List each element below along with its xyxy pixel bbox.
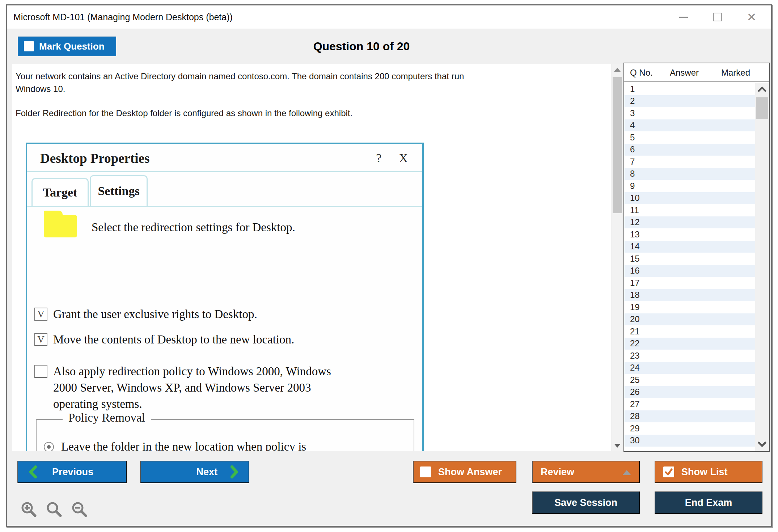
list-item[interactable]: 15 <box>624 253 755 265</box>
question-number: 10 <box>624 193 640 203</box>
sidebar-scrollbar-thumb[interactable] <box>756 97 768 119</box>
list-item[interactable]: 3 <box>624 107 755 119</box>
review-label: Review <box>541 466 574 478</box>
list-item[interactable]: 7 <box>624 156 755 168</box>
question-number: 23 <box>624 351 640 361</box>
window-title: Microsoft MD-101 (Managing Modern Deskto… <box>13 12 233 22</box>
folder-icon <box>44 215 77 237</box>
show-answer-checkbox[interactable] <box>420 466 431 477</box>
list-item[interactable]: 8 <box>624 168 755 180</box>
question-number: 25 <box>624 375 640 385</box>
minimize-button[interactable] <box>677 10 690 24</box>
question-number: 3 <box>624 108 635 118</box>
scroll-up-icon[interactable] <box>614 68 621 72</box>
list-item[interactable]: 11 <box>624 204 755 216</box>
question-number: 30 <box>624 435 640 446</box>
list-item[interactable]: 22 <box>624 338 755 350</box>
column-answer: Answer <box>670 68 699 78</box>
sidebar-scroll-down-icon[interactable] <box>757 440 767 448</box>
question-number: 28 <box>624 411 640 421</box>
exhibit-checkbox-row: V Move the contents of Desktop to the ne… <box>34 332 294 348</box>
list-item[interactable]: 14 <box>624 241 755 253</box>
main-scrollbar-thumb[interactable] <box>613 77 622 213</box>
list-item[interactable]: 19 <box>624 301 755 313</box>
question-number: 17 <box>624 278 640 288</box>
exhibit-intro-text: Select the redirection settings for Desk… <box>92 221 295 234</box>
sidebar-scroll-up-icon[interactable] <box>757 86 767 93</box>
show-list-checkbox[interactable] <box>663 466 674 477</box>
question-number: 12 <box>624 217 640 227</box>
zoom-in-icon[interactable] <box>20 501 38 519</box>
question-number: 2 <box>624 96 635 106</box>
scroll-down-icon[interactable] <box>614 444 621 448</box>
list-item[interactable]: 6 <box>624 144 755 156</box>
show-list-button[interactable]: Show List <box>655 461 762 483</box>
question-number: 27 <box>624 399 640 409</box>
maximize-button[interactable] <box>711 10 724 24</box>
question-number: 19 <box>624 302 640 312</box>
column-qno: Q No. <box>630 68 653 78</box>
show-answer-label: Show Answer <box>438 466 502 478</box>
list-item[interactable]: 5 <box>624 131 755 144</box>
question-list-panel: Q No. Answer Marked 12345678910111213141… <box>623 63 770 452</box>
list-item[interactable]: 17 <box>624 277 755 289</box>
question-number: 24 <box>624 363 640 373</box>
list-item[interactable]: 13 <box>624 228 755 241</box>
list-item[interactable]: 26 <box>624 386 755 398</box>
tab-settings: Settings <box>90 175 148 207</box>
zoom-out-icon[interactable] <box>71 501 89 519</box>
minimize-icon <box>679 17 688 18</box>
previous-button[interactable]: Previous <box>17 461 127 483</box>
question-list-header: Q No. Answer Marked <box>624 63 769 82</box>
list-item[interactable]: 23 <box>624 350 755 362</box>
list-item[interactable]: 25 <box>624 374 755 386</box>
question-number: 11 <box>624 205 639 215</box>
list-item[interactable]: 1 <box>624 83 755 95</box>
save-session-button[interactable]: Save Session <box>532 491 640 514</box>
question-number: 5 <box>624 132 635 143</box>
list-item[interactable]: 18 <box>624 289 755 301</box>
list-item[interactable]: 2 <box>624 95 755 107</box>
zoom-controls <box>20 501 89 519</box>
list-item[interactable]: 28 <box>624 410 755 423</box>
exhibit-tab-strip: Target Settings <box>27 173 422 207</box>
policy-removal-legend: Policy Removal <box>63 411 151 425</box>
question-number: 20 <box>624 314 640 324</box>
review-button[interactable]: Review <box>532 461 640 483</box>
sidebar-scrollbar[interactable] <box>755 83 769 451</box>
zoom-reset-icon[interactable] <box>45 501 63 519</box>
list-item[interactable]: 12 <box>624 216 755 229</box>
question-paragraph-2: Folder Redirection for the Desktop folde… <box>16 107 602 119</box>
checkbox-move-contents-label: Move the contents of Desktop to the new … <box>53 332 294 348</box>
list-item[interactable]: 30 <box>624 435 755 447</box>
page-title: Question 10 of 20 <box>7 40 716 53</box>
maximize-icon <box>713 13 722 21</box>
show-answer-button[interactable]: Show Answer <box>413 461 516 483</box>
question-number: 22 <box>624 338 640 349</box>
list-item[interactable]: 27 <box>624 398 755 410</box>
list-item[interactable]: 29 <box>624 422 755 435</box>
chevron-left-icon <box>28 465 38 478</box>
main-scrollbar[interactable] <box>612 64 623 451</box>
show-list-label: Show List <box>681 466 728 478</box>
list-item[interactable]: 24 <box>624 362 755 374</box>
column-marked: Marked <box>721 68 750 78</box>
checkbox-also-apply-label: Also apply redirection policy to Windows… <box>53 363 331 412</box>
question-number: 8 <box>624 169 635 179</box>
list-item[interactable]: 10 <box>624 192 755 204</box>
list-item[interactable]: 16 <box>624 265 755 277</box>
review-caret-icon <box>622 470 631 475</box>
checkbox-grant-exclusive-icon: V <box>34 308 47 321</box>
question-number: 16 <box>624 266 640 276</box>
list-item[interactable]: 20 <box>624 313 755 326</box>
radio-selected-icon <box>44 442 54 452</box>
checkbox-also-apply-icon <box>34 365 47 378</box>
list-item[interactable]: 4 <box>624 119 755 132</box>
next-button[interactable]: Next <box>140 461 249 483</box>
question-number: 29 <box>624 423 640 434</box>
close-button[interactable]: × <box>745 10 758 24</box>
list-item[interactable]: 9 <box>624 180 755 192</box>
end-exam-button[interactable]: End Exam <box>655 491 762 514</box>
policy-removal-radio-row: Leave the folder in the new location whe… <box>44 439 306 451</box>
list-item[interactable]: 21 <box>624 325 755 338</box>
